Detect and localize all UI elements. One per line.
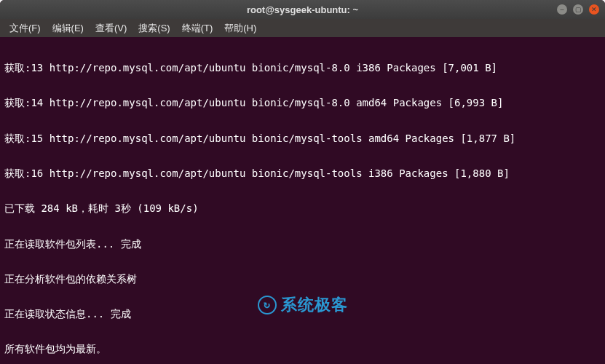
menu-search[interactable]: 搜索(S) (133, 20, 175, 36)
close-button[interactable]: ✕ (589, 4, 599, 15)
menu-help[interactable]: 帮助(H) (219, 20, 261, 36)
output-line: 正在分析软件包的依赖关系树 (4, 273, 601, 285)
output-line: 获取:13 http://repo.mysql.com/apt/ubuntu b… (4, 62, 601, 74)
window-title: root@sysgeek-ubuntu: ~ (6, 4, 599, 15)
output-line: 正在读取状态信息... 完成 (4, 308, 601, 320)
menubar: 文件(F) 编辑(E) 查看(V) 搜索(S) 终端(T) 帮助(H) (0, 19, 605, 37)
output-line: 所有软件包均为最新。 (4, 343, 601, 355)
terminal-window: root@sysgeek-ubuntu: ~ – ▢ ✕ 文件(F) 编辑(E)… (0, 0, 605, 364)
menu-file[interactable]: 文件(F) (4, 20, 46, 36)
window-controls: – ▢ ✕ (557, 4, 599, 15)
output-line: 已下载 284 kB，耗时 3秒 (109 kB/s) (4, 202, 601, 214)
menu-terminal[interactable]: 终端(T) (177, 20, 218, 36)
output-line: 获取:14 http://repo.mysql.com/apt/ubuntu b… (4, 97, 601, 108)
menu-edit[interactable]: 编辑(E) (47, 20, 89, 36)
output-line: 获取:16 http://repo.mysql.com/apt/ubuntu b… (4, 167, 601, 179)
maximize-button[interactable]: ▢ (573, 4, 583, 15)
titlebar[interactable]: root@sysgeek-ubuntu: ~ – ▢ ✕ (0, 0, 605, 19)
menu-view[interactable]: 查看(V) (90, 20, 132, 36)
terminal-body[interactable]: 获取:13 http://repo.mysql.com/apt/ubuntu b… (0, 37, 605, 364)
output-line: 获取:15 http://repo.mysql.com/apt/ubuntu b… (4, 132, 601, 144)
minimize-button[interactable]: – (557, 4, 567, 15)
output-line: 正在读取软件包列表... 完成 (4, 238, 601, 250)
